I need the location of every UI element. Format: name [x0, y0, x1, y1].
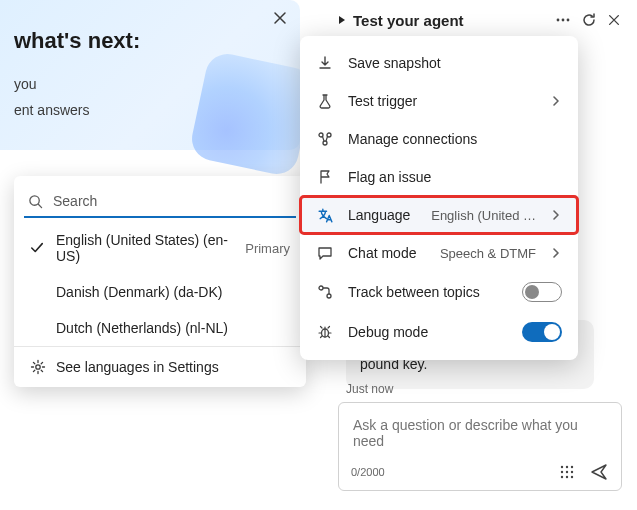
language-option-label: English (United States) (en-US): [56, 232, 235, 264]
whats-next-title: what's next:: [14, 28, 278, 54]
connections-icon: [316, 130, 334, 148]
see-languages-settings[interactable]: See languages in Settings: [14, 346, 306, 387]
svg-point-4: [562, 19, 565, 22]
whats-next-card: what's next: you ent answers: [0, 0, 300, 150]
svg-point-6: [319, 133, 323, 137]
ctx-label: Flag an issue: [348, 169, 562, 185]
more-icon[interactable]: [553, 10, 573, 30]
gear-icon: [30, 359, 46, 375]
ctx-label: Track between topics: [348, 284, 508, 300]
test-pane-context-menu: Save snapshot Test trigger Manage connec…: [300, 36, 578, 360]
svg-point-18: [561, 476, 563, 478]
ctx-label: Chat mode: [348, 245, 426, 261]
ctx-label: Language: [348, 207, 417, 223]
bug-icon: [316, 323, 334, 341]
track-icon: [316, 283, 334, 301]
svg-point-13: [566, 466, 568, 468]
check-icon: [30, 241, 46, 255]
ctx-label: Debug mode: [348, 324, 508, 340]
svg-point-15: [561, 471, 563, 473]
chevron-right-icon: [550, 95, 562, 107]
language-search-input[interactable]: [51, 192, 292, 210]
svg-point-5: [567, 19, 570, 22]
ctx-test-trigger[interactable]: Test trigger: [300, 82, 578, 120]
ctx-debug-mode[interactable]: Debug mode: [300, 312, 578, 352]
language-option[interactable]: English (United States) (en-US) Primary: [14, 222, 306, 274]
ctx-label: Test trigger: [348, 93, 536, 109]
send-icon[interactable]: [589, 462, 609, 482]
refresh-icon[interactable]: [579, 10, 599, 30]
caret-right-icon[interactable]: [337, 15, 347, 25]
svg-point-0: [30, 195, 39, 204]
decorative-tile: [188, 50, 316, 178]
ctx-value: Speech & DTMF: [440, 246, 536, 261]
see-languages-label: See languages in Settings: [56, 359, 219, 375]
svg-point-10: [327, 294, 331, 298]
svg-point-20: [571, 476, 573, 478]
chat-input-actions: [559, 462, 609, 482]
language-option-label: Danish (Denmark) (da-DK): [56, 284, 290, 300]
language-option[interactable]: Dutch (Netherlands) (nl-NL): [14, 310, 306, 346]
language-option[interactable]: Danish (Denmark) (da-DK): [14, 274, 306, 310]
chat-input[interactable]: [351, 415, 609, 453]
language-option-label: Dutch (Netherlands) (nl-NL): [56, 320, 290, 336]
track-toggle[interactable]: [522, 282, 562, 302]
svg-point-12: [561, 466, 563, 468]
flask-icon: [316, 92, 334, 110]
svg-line-1: [38, 204, 41, 207]
svg-point-3: [557, 19, 560, 22]
ctx-language[interactable]: Language English (United …: [300, 196, 578, 234]
char-count: 0/2000: [351, 466, 385, 478]
ctx-value: English (United …: [431, 208, 536, 223]
close-icon[interactable]: [272, 10, 288, 26]
chat-input-container: 0/2000: [338, 402, 622, 491]
svg-point-16: [566, 471, 568, 473]
svg-point-19: [566, 476, 568, 478]
keypad-icon[interactable]: [559, 464, 575, 480]
chevron-right-icon: [550, 247, 562, 259]
svg-point-9: [319, 286, 323, 290]
svg-point-7: [327, 133, 331, 137]
ctx-track-topics[interactable]: Track between topics: [300, 272, 578, 312]
flag-icon: [316, 168, 334, 186]
language-search-wrap: [24, 186, 296, 218]
test-pane-title: Test your agent: [353, 12, 547, 29]
svg-point-8: [323, 141, 327, 145]
chat-input-footer: 0/2000: [351, 462, 609, 482]
svg-point-2: [36, 365, 40, 369]
chat-icon: [316, 244, 334, 262]
language-icon: [316, 206, 334, 224]
close-icon[interactable]: [605, 11, 623, 29]
svg-point-17: [571, 471, 573, 473]
ctx-label: Manage connections: [348, 131, 562, 147]
ctx-chat-mode[interactable]: Chat mode Speech & DTMF: [300, 234, 578, 272]
chevron-right-icon: [550, 209, 562, 221]
message-timestamp: Just now: [346, 382, 393, 396]
test-pane-header: Test your agent: [335, 4, 625, 40]
ctx-save-snapshot[interactable]: Save snapshot: [300, 44, 578, 82]
search-icon: [28, 194, 43, 209]
svg-point-14: [571, 466, 573, 468]
language-dropdown-panel: English (United States) (en-US) Primary …: [14, 176, 306, 387]
ctx-manage-connections[interactable]: Manage connections: [300, 120, 578, 158]
language-option-badge: Primary: [245, 241, 290, 256]
download-icon: [316, 54, 334, 72]
ctx-flag-issue[interactable]: Flag an issue: [300, 158, 578, 196]
ctx-label: Save snapshot: [348, 55, 562, 71]
debug-toggle[interactable]: [522, 322, 562, 342]
